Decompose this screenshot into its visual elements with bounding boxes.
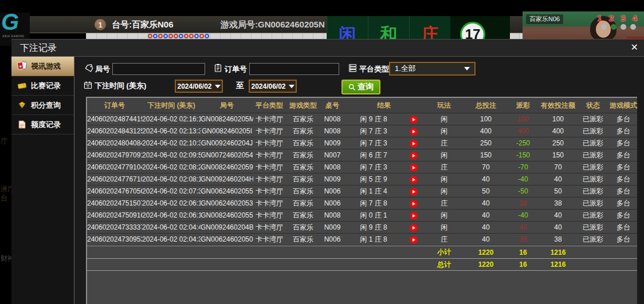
cell-table-no: N006 xyxy=(321,235,344,243)
cell-round-id: GN00824602059 xyxy=(201,163,253,171)
ticket-icon xyxy=(17,81,27,90)
table-row[interactable]: 240602024843125 2024-06-02 02:13:38 GN00… xyxy=(87,125,637,137)
table-row[interactable]: 240602024797091 2024-06-02 02:09:57 GN00… xyxy=(87,149,637,161)
table-row[interactable]: 240602024733337 2024-06-02 02:04:42 GN00… xyxy=(87,222,637,234)
play-video-icon[interactable] xyxy=(410,140,418,148)
col-header: 桌号 xyxy=(321,101,344,110)
play-video-icon[interactable] xyxy=(410,152,418,160)
cell-order-id: 240602024797091 xyxy=(87,151,142,159)
cell-result: 闲 1 庄 8 xyxy=(344,235,403,244)
cell-total-bet: 40 xyxy=(464,223,508,231)
cell-play-type: 闲 xyxy=(424,127,464,136)
cell-bet-time: 2024-06-02 02:04:32 xyxy=(142,235,201,243)
play-video-icon[interactable] xyxy=(410,176,418,184)
cell-play-type: 闲 xyxy=(424,175,464,184)
table-row[interactable]: 240602024874419 2024-06-02 02:16:14 GN00… xyxy=(87,113,637,125)
bead-blue xyxy=(194,34,199,38)
platform-selected-value: 1.全部 xyxy=(395,64,464,74)
cell-status: 已派彩 xyxy=(578,127,608,136)
table-row[interactable]: 240602024750916 2024-06-02 02:06:11 GN00… xyxy=(87,210,637,222)
playing-cards-icon: ♥ xyxy=(17,61,27,71)
table-row[interactable]: 240602024751507 2024-06-02 02:06:14 GN00… xyxy=(87,198,637,210)
play-video-icon[interactable] xyxy=(410,236,418,244)
sidebar: ♥ 视讯游戏 比赛记录 积分 xyxy=(11,57,74,304)
table-row[interactable]: 240602024779104 2024-06-02 02:08:25 GN00… xyxy=(87,161,637,173)
table-row[interactable]: 240602024776710 2024-06-02 02:08:15 GN00… xyxy=(87,173,637,185)
platform-select[interactable]: 1.全部 xyxy=(389,62,476,76)
close-icon[interactable]: ✕ xyxy=(631,42,638,53)
cell-order-id: 240602024804084 xyxy=(87,139,142,147)
subtotal-payout: 16 xyxy=(508,248,539,256)
bead-red xyxy=(168,34,173,38)
cell-play-type: 闲 xyxy=(424,151,464,160)
background-bleed-text: 厅 xyxy=(1,136,7,146)
play-video-icon[interactable] xyxy=(410,164,418,172)
cell-payout: -150 xyxy=(508,151,539,159)
cell-platform: 卡卡湾厅 xyxy=(253,187,285,196)
play-video-icon[interactable] xyxy=(410,200,418,208)
seat-dot xyxy=(630,24,636,30)
play-video-icon[interactable] xyxy=(410,116,418,124)
cell-round-id: GN00724602054 xyxy=(201,151,253,159)
bet-zone-player[interactable]: 闲 xyxy=(327,16,368,39)
cell-game-type: 百家乐 xyxy=(285,211,321,220)
total-payout: 16 xyxy=(508,260,539,269)
cell-status: 已派彩 xyxy=(578,139,608,148)
cell-play-type: 庄 xyxy=(424,163,464,172)
date-from-picker[interactable]: 2024/06/02 xyxy=(175,80,223,93)
table-header-row: 订单号 下注时间 (美东) 局号 平台类型 游戏类型 桌号 结果 玩法 总投注 … xyxy=(87,98,637,113)
cell-game-type: 百家乐 xyxy=(285,199,321,208)
cell-table-no: N007 xyxy=(321,151,344,159)
play-video-icon[interactable] xyxy=(410,128,418,136)
sidebar-item-points-query[interactable]: 积分查询 xyxy=(11,96,74,115)
cell-valid-bet: 40 xyxy=(539,223,578,231)
bead-red xyxy=(148,34,152,38)
order-input[interactable] xyxy=(249,63,339,75)
bead-red xyxy=(189,34,194,38)
table-row[interactable]: 240602024767056 2024-06-02 02:07:30 GN00… xyxy=(87,185,637,198)
modal-title: 下注记录 xyxy=(20,42,57,54)
table-row[interactable]: 240602024730953 2024-06-02 02:04:32 GN00… xyxy=(87,234,637,246)
play-video-icon[interactable] xyxy=(410,212,418,220)
cell-order-id: 240602024730953 xyxy=(87,235,142,243)
cell-game-type: 百家乐 xyxy=(285,187,321,196)
cell-valid-bet: 100 xyxy=(539,115,578,123)
cell-bet-time: 2024-06-02 02:08:15 xyxy=(142,175,201,183)
round-input[interactable] xyxy=(112,63,205,75)
sidebar-item-video-games[interactable]: ♥ 视讯游戏 xyxy=(11,57,74,76)
play-video-icon[interactable] xyxy=(410,224,418,232)
col-header: 结果 xyxy=(344,101,424,110)
cell-game-mode: 多台 xyxy=(608,235,638,244)
table-row[interactable]: 240602024804084 2024-06-02 02:10:31 GN00… xyxy=(87,137,637,149)
chevron-down-icon xyxy=(289,85,294,88)
cell-order-id: 240602024779104 xyxy=(87,163,142,171)
document-icon xyxy=(17,120,27,129)
cell-round-id: GN00624602050 xyxy=(201,235,253,243)
date-to-picker[interactable]: 2024/06/02 xyxy=(249,80,297,93)
cell-platform: 卡卡湾厅 xyxy=(253,235,285,244)
cell-table-no: N008 xyxy=(321,211,344,219)
cell-payout: 100 xyxy=(508,115,539,123)
cell-order-id: 240602024874419 xyxy=(87,115,142,123)
bet-zone-tie[interactable]: 和 xyxy=(368,16,409,39)
cell-table-no: N006 xyxy=(321,187,344,195)
cell-platform: 卡卡湾厅 xyxy=(253,139,285,148)
play-video-icon[interactable] xyxy=(410,188,418,196)
cell-order-id: 240602024843125 xyxy=(87,127,142,135)
cell-round-id: GN00624602055 xyxy=(201,187,253,195)
cell-game-type: 百家乐 xyxy=(285,175,321,184)
sidebar-item-credit-records[interactable]: 额度记录 xyxy=(11,115,74,135)
cell-valid-bet: 250 xyxy=(539,139,578,147)
cell-game-type: 百家乐 xyxy=(285,127,321,136)
search-icon xyxy=(348,84,356,91)
cell-status: 已派彩 xyxy=(578,211,608,220)
cell-result: 闲 7 庄 3 xyxy=(344,139,403,148)
date-from-value: 2024/06/02 xyxy=(177,82,211,90)
cell-payout: 38 xyxy=(508,235,539,243)
background-bleed-text: 台 xyxy=(1,194,7,203)
bet-zone-banker[interactable]: 庄 xyxy=(409,16,450,39)
sidebar-item-match-records[interactable]: 比赛记录 xyxy=(11,76,74,96)
cell-bet-time: 2024-06-02 02:16:14 xyxy=(142,115,201,123)
search-button[interactable]: 查询 xyxy=(341,80,380,94)
cell-total-bet: 100 xyxy=(464,115,508,123)
